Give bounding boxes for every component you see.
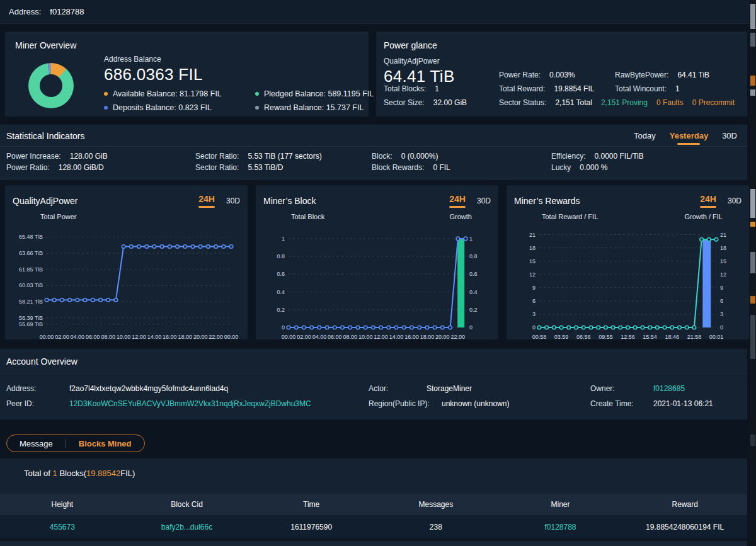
- right-axis-label: Growth: [450, 213, 472, 223]
- tab-message[interactable]: Message: [7, 439, 66, 448]
- svg-text:20:00: 20:00: [435, 334, 450, 340]
- col-time: Time: [249, 500, 374, 509]
- col-messages: Messages: [374, 500, 498, 509]
- svg-text:0: 0: [532, 324, 536, 331]
- legend-item: Available Balance: 81.1798 FIL: [104, 87, 222, 101]
- tab-30d[interactable]: 30D: [477, 196, 491, 205]
- account-overview-card: Account Overview Address: f2ao7l4lxtxetq…: [0, 349, 747, 419]
- svg-text:0.6: 0.6: [469, 271, 478, 277]
- owner-link[interactable]: f0128685: [653, 384, 685, 393]
- chart-title: Miner’s Rewards: [514, 196, 580, 206]
- table-header-row: Height Block Cid Time Messages Miner Rew…: [0, 494, 747, 515]
- svg-text:21:58: 21:58: [687, 334, 702, 340]
- proving-count: 2,151 Proving: [601, 98, 648, 107]
- sector-size-row: Sector Size: 32.00 GiB: [384, 98, 467, 107]
- svg-text:9: 9: [720, 285, 723, 291]
- chart-canvas[interactable]: 65.48 TiB63.66 TiB61.85 TiB60.03 TiB58.2…: [13, 223, 240, 344]
- svg-text:61.85 TiB: 61.85 TiB: [19, 266, 43, 273]
- tab-yesterday[interactable]: Yesterday: [670, 131, 708, 145]
- left-axis-label: Total Power: [40, 213, 76, 223]
- region-row: Region(Public IP): unknown (unknown): [369, 399, 509, 408]
- balance-value: 686.0363 FIL: [104, 65, 203, 84]
- chart-period-tabs: 24H 30D: [198, 194, 240, 208]
- chart-title: QualityAdjPower: [13, 196, 78, 206]
- sector-status-row: Sector Status: 2,151 Total 2,151 Proving…: [499, 98, 735, 107]
- svg-text:00:00: 00:00: [40, 334, 54, 340]
- svg-text:0.2: 0.2: [277, 307, 285, 313]
- power-increase-row: Power Increase:128.00 GiB: [6, 152, 108, 161]
- svg-text:18: 18: [529, 245, 536, 251]
- svg-text:14:00: 14:00: [147, 334, 162, 340]
- balance-legend-col1: Available Balance: 81.1798 FIL Deposits …: [104, 87, 222, 115]
- svg-text:00:00: 00:00: [224, 334, 239, 340]
- svg-text:0.8: 0.8: [469, 253, 478, 259]
- svg-text:14:00: 14:00: [389, 334, 404, 340]
- miner-overview-title: Miner Overview: [15, 40, 76, 50]
- balance-legend-col2: Pledged Balance: 589.1195 FIL Reward Bal…: [255, 87, 374, 115]
- charts-row: QualityAdjPower 24H 30D Total Power 65.4…: [5, 185, 747, 339]
- chart-canvas[interactable]: 21211818151512129966330000:5803:5906:560…: [514, 223, 742, 344]
- miner-overview-card: Miner Overview Address Balance 686.0363 …: [5, 31, 369, 117]
- tab-30d[interactable]: 30D: [226, 196, 240, 205]
- power-ratio-row: Power Ratio:128.00 GiB/D: [6, 163, 104, 172]
- balance-label: Address Balance: [104, 55, 161, 64]
- tab-24h[interactable]: 24H: [700, 194, 716, 208]
- tab-today[interactable]: Today: [634, 131, 656, 145]
- peer-id-link[interactable]: 12D3KooWCnSEYuBACVyVJBmmW2Vkx31nqdjRxJeq…: [69, 399, 311, 408]
- balance-donut-chart[interactable]: [28, 63, 74, 108]
- chart-period-tabs: 24H 30D: [449, 194, 491, 208]
- chart-canvas[interactable]: 110.80.80.60.60.40.40.20.20000:0002:0004…: [263, 223, 491, 344]
- donut-hole: [40, 74, 62, 97]
- faults-count: 0 Faults: [656, 98, 684, 107]
- account-address-row: Address: f2ao7l4lxtxetqw2wbbk4mgy5fofmdc…: [6, 384, 228, 393]
- stats-title: Statistical Indicators: [6, 131, 85, 141]
- svg-text:06:56: 06:56: [576, 334, 591, 340]
- tab-30d[interactable]: 30D: [728, 196, 742, 205]
- time-cell: 1611976590: [249, 523, 374, 532]
- svg-text:0.2: 0.2: [469, 307, 478, 313]
- svg-text:0.6: 0.6: [277, 271, 285, 277]
- qap-value: 64.41 TiB: [384, 67, 455, 86]
- reward-cell: 19.8854248060194 FIL: [622, 523, 747, 532]
- svg-text:12: 12: [720, 271, 726, 278]
- svg-text:00:58: 00:58: [532, 334, 547, 340]
- svg-text:18: 18: [720, 245, 726, 251]
- svg-text:21: 21: [720, 232, 726, 238]
- tab-blocks-mined[interactable]: Blocks Mined: [66, 439, 144, 448]
- messages-cell: 238: [374, 523, 498, 532]
- right-axis-label: Growth / FIL: [684, 213, 723, 223]
- efficiency-row: Efficiency:0.0000 FIL/TiB: [551, 152, 644, 161]
- tab-24h[interactable]: 24H: [449, 194, 466, 208]
- svg-text:04:00: 04:00: [312, 334, 327, 340]
- svg-text:18:00: 18:00: [420, 334, 435, 340]
- qualityadjpower-chart-card: QualityAdjPower 24H 30D Total Power 65.4…: [5, 185, 248, 339]
- svg-text:15:54: 15:54: [643, 334, 657, 340]
- left-axis-label: Total Block: [291, 213, 324, 223]
- svg-text:0.4: 0.4: [277, 289, 285, 295]
- svg-text:16:00: 16:00: [404, 334, 419, 340]
- divider: [0, 373, 747, 373]
- svg-text:06:00: 06:00: [328, 334, 342, 340]
- height-link[interactable]: 455673: [0, 523, 125, 532]
- svg-text:21: 21: [529, 232, 536, 238]
- miners-rewards-chart-card: Miner’s Rewards 24H 30D Total Reward / F…: [507, 185, 749, 339]
- svg-text:08:00: 08:00: [101, 334, 115, 340]
- sector-ratio-daily-row: Sector Ratio:5.53 TiB/D: [195, 163, 283, 172]
- minimap-scrollbar[interactable]: [750, 0, 756, 546]
- legend-item: Pledged Balance: 589.1195 FIL: [255, 87, 374, 101]
- svg-text:04:00: 04:00: [71, 334, 85, 340]
- address-value: f0128788: [50, 7, 84, 16]
- divider: [0, 146, 747, 147]
- miner-link[interactable]: f0128788: [498, 523, 623, 532]
- tab-30d[interactable]: 30D: [722, 131, 737, 145]
- block-cid-link[interactable]: bafy2b...dul66c: [125, 523, 249, 532]
- tab-24h[interactable]: 24H: [198, 194, 215, 208]
- available-dot-icon: [104, 92, 108, 96]
- svg-text:65.48 TiB: 65.48 TiB: [19, 234, 43, 240]
- peer-id-row: Peer ID: 12D3KooWCnSEYuBACVyVJBmmW2Vkx31…: [6, 399, 311, 408]
- blocks-reward-total: 19.88542: [86, 469, 120, 478]
- svg-text:03:59: 03:59: [554, 334, 569, 340]
- svg-text:18:00: 18:00: [178, 334, 193, 340]
- rawbytepower-row: RawBytePower: 64.41 TiB: [615, 71, 709, 79]
- actor-row: Actor: StorageMiner: [369, 384, 472, 393]
